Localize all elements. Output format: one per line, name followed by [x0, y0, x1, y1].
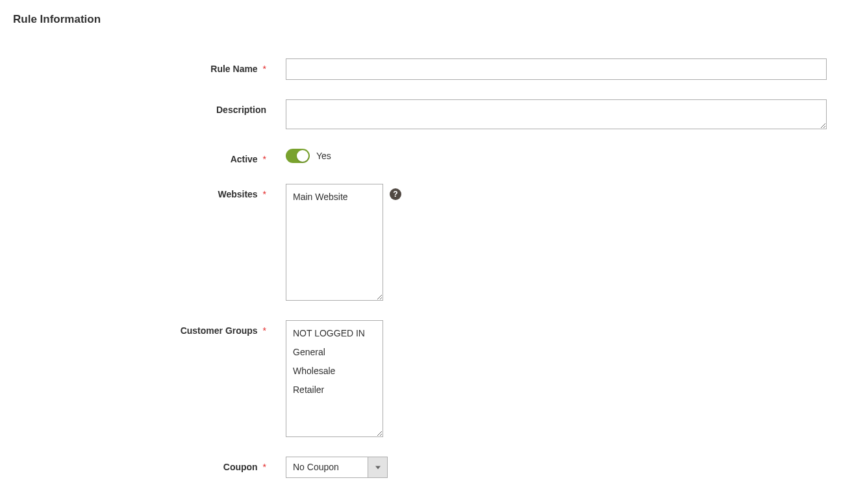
- row-coupon: Coupon * No Coupon: [13, 457, 841, 478]
- rule-name-input[interactable]: [286, 58, 827, 80]
- required-mark: *: [263, 64, 266, 74]
- help-icon[interactable]: ?: [390, 188, 401, 200]
- toggle-knob: [297, 150, 308, 162]
- description-input[interactable]: [286, 99, 827, 129]
- coupon-select-value: No Coupon: [286, 457, 368, 477]
- required-mark: *: [263, 325, 266, 336]
- label-coupon-text: Coupon: [223, 462, 258, 472]
- label-customer-groups-text: Customer Groups: [181, 325, 258, 336]
- active-toggle[interactable]: [286, 149, 310, 163]
- label-coupon: Coupon *: [13, 457, 286, 472]
- multiselect-option[interactable]: Retailer: [286, 381, 383, 399]
- customer-groups-multiselect[interactable]: NOT LOGGED INGeneralWholesaleRetailer: [286, 320, 383, 437]
- row-websites: Websites * Main Website ?: [13, 184, 841, 301]
- label-websites-text: Websites: [218, 189, 257, 199]
- row-customer-groups: Customer Groups * NOT LOGGED INGeneralWh…: [13, 320, 841, 437]
- label-customer-groups: Customer Groups *: [13, 320, 286, 336]
- row-active: Active * Yes: [13, 149, 841, 164]
- multiselect-option[interactable]: Main Website: [286, 188, 383, 207]
- coupon-select[interactable]: No Coupon: [286, 457, 388, 478]
- label-rule-name: Rule Name *: [13, 58, 286, 74]
- label-description: Description: [13, 99, 286, 115]
- label-active-text: Active: [231, 154, 258, 164]
- multiselect-option[interactable]: General: [286, 343, 383, 362]
- required-mark: *: [263, 189, 266, 199]
- required-mark: *: [263, 462, 266, 472]
- label-active: Active *: [13, 149, 286, 164]
- section-title: Rule Information: [13, 13, 841, 26]
- row-description: Description: [13, 99, 841, 129]
- required-mark: *: [263, 154, 266, 164]
- websites-multiselect[interactable]: Main Website: [286, 184, 383, 301]
- multiselect-option[interactable]: Wholesale: [286, 362, 383, 381]
- active-state-label: Yes: [316, 151, 331, 161]
- label-rule-name-text: Rule Name: [210, 64, 257, 74]
- chevron-down-icon: [368, 457, 387, 477]
- label-description-text: Description: [216, 105, 266, 115]
- multiselect-option[interactable]: NOT LOGGED IN: [286, 324, 383, 343]
- label-websites: Websites *: [13, 184, 286, 199]
- row-rule-name: Rule Name *: [13, 58, 841, 80]
